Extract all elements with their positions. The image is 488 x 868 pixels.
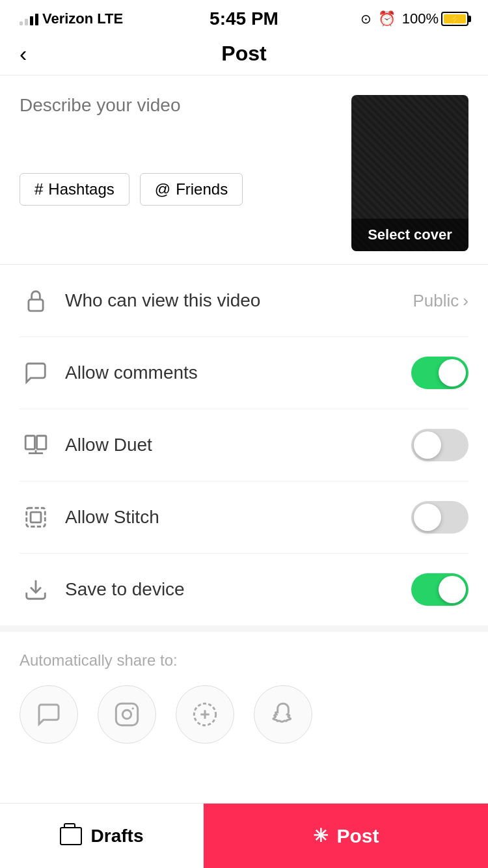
post-label: Post (337, 825, 379, 847)
share-label: Automatically share to: (20, 651, 468, 670)
setting-row-stitch: Allow Stitch (20, 481, 468, 554)
svg-rect-3 (27, 508, 46, 527)
description-input[interactable] (20, 95, 338, 160)
download-icon (20, 573, 52, 606)
select-cover-label: Select cover (351, 219, 468, 251)
main-content: # Hashtags @ Friends Select cover (0, 75, 488, 828)
signal-bar-4 (35, 14, 38, 25)
friends-label: Friends (176, 180, 228, 198)
network-label: LTE (97, 10, 123, 27)
view-label: Who can view this video (65, 290, 413, 311)
share-section: Automatically share to: (0, 632, 488, 757)
battery-wrapper: 100% ⚡ (402, 10, 468, 27)
friends-button[interactable]: @ Friends (140, 173, 243, 206)
chevron-icon: › (463, 291, 468, 311)
battery-icon: ⚡ (441, 12, 468, 26)
drafts-label: Drafts (91, 826, 144, 847)
stitch-toggle[interactable] (411, 501, 468, 534)
setting-row-save: Save to device (20, 554, 468, 625)
post-star-icon: ✳ (313, 825, 328, 847)
status-right: ⊙ ⏰ 100% ⚡ (360, 10, 468, 27)
svg-point-8 (132, 707, 134, 709)
setting-row-view[interactable]: Who can view this video Public › (20, 265, 468, 337)
toggle-knob (439, 576, 466, 603)
setting-row-duet: Allow Duet (20, 409, 468, 481)
share-messages-button[interactable] (20, 685, 78, 744)
share-icons (20, 685, 468, 744)
video-section: # Hashtags @ Friends Select cover (0, 75, 488, 265)
page-title: Post (221, 42, 266, 66)
battery-percent: 100% (402, 10, 439, 27)
toggle-knob (439, 359, 466, 387)
duet-toggle[interactable] (411, 429, 468, 461)
share-instagram-button[interactable] (98, 685, 156, 744)
duet-label: Allow Duet (65, 435, 411, 455)
nav-header: ‹ Post (0, 35, 488, 75)
save-label: Save to device (65, 579, 411, 600)
description-area: # Hashtags @ Friends (20, 95, 338, 206)
save-toggle[interactable] (411, 573, 468, 606)
at-icon: @ (155, 180, 170, 198)
section-divider (0, 625, 488, 632)
bottom-bar: Drafts ✳ Post (0, 803, 488, 868)
toggle-knob (414, 504, 441, 531)
signal-bar-3 (30, 16, 33, 25)
tag-buttons: # Hashtags @ Friends (20, 173, 338, 206)
back-button[interactable]: ‹ (20, 41, 27, 66)
setting-row-comments: Allow comments (20, 337, 468, 409)
svg-rect-1 (25, 436, 34, 450)
svg-rect-0 (29, 299, 43, 310)
svg-rect-2 (37, 436, 46, 450)
status-bar: Verizon LTE 5:45 PM ⊙ ⏰ 100% ⚡ (0, 0, 488, 35)
post-button[interactable]: ✳ Post (204, 804, 488, 868)
carrier-label: Verizon (42, 10, 93, 27)
signal-bar-1 (20, 21, 23, 25)
battery-fill: ⚡ (444, 14, 466, 23)
comments-toggle[interactable] (411, 357, 468, 389)
hashtag-icon: # (34, 180, 43, 198)
share-tiktok-button[interactable] (176, 685, 234, 744)
stitch-label: Allow Stitch (65, 507, 411, 528)
svg-rect-4 (31, 512, 41, 522)
lock-icon (20, 284, 52, 317)
comments-label: Allow comments (65, 362, 411, 383)
hashtags-button[interactable]: # Hashtags (20, 173, 129, 206)
signal-bars (20, 12, 38, 25)
duet-icon (20, 429, 52, 461)
video-thumbnail[interactable]: Select cover (351, 95, 468, 251)
settings-section: Who can view this video Public › Allow c… (0, 265, 488, 625)
hashtags-label: Hashtags (48, 180, 114, 198)
signal-bar-2 (25, 19, 28, 25)
alarm-icon: ⏰ (378, 10, 396, 27)
drafts-button[interactable]: Drafts (0, 804, 204, 868)
drafts-icon (60, 827, 82, 845)
screen-lock-icon: ⊙ (360, 11, 372, 27)
stitch-icon (20, 501, 52, 534)
share-snapchat-button[interactable] (254, 685, 312, 744)
svg-point-7 (122, 710, 131, 718)
svg-rect-6 (116, 703, 137, 725)
view-value: Public › (413, 291, 469, 311)
status-left: Verizon LTE (20, 10, 123, 27)
toggle-knob (414, 431, 441, 459)
comment-icon (20, 357, 52, 389)
status-time: 5:45 PM (210, 8, 278, 29)
